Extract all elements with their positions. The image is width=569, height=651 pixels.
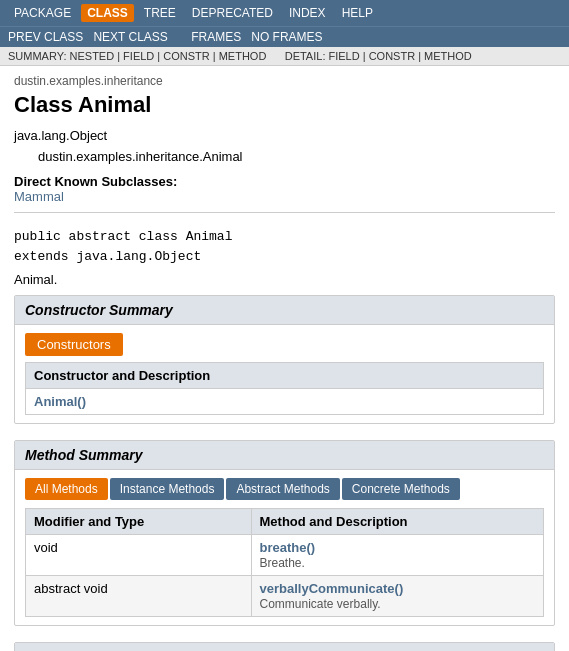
nav-next-class[interactable]: NEXT CLASS	[93, 30, 167, 44]
sub-nav-divider1	[178, 30, 181, 44]
tab-instance-methods[interactable]: Instance Methods	[110, 478, 225, 500]
parent-class: java.lang.Object	[14, 128, 107, 143]
declaration-line1: public abstract class Animal	[14, 229, 232, 244]
modifier-abstract-void: abstract void	[34, 581, 108, 596]
constructor-name[interactable]: Animal()	[34, 394, 86, 409]
method-breathe-desc: Breathe.	[260, 556, 305, 570]
nav-package[interactable]: PACKAGE	[8, 4, 77, 22]
mammal-link[interactable]: Mammal	[14, 189, 64, 204]
constructor-summary-section: Constructor Summary Constructors Constru…	[14, 295, 555, 424]
main-content: dustin.examples.inheritance Class Animal…	[0, 66, 569, 651]
method-verbally-communicate[interactable]: verballyCommunicate()	[260, 581, 404, 596]
nav-prev-class[interactable]: PREV CLASS	[8, 30, 83, 44]
divider1	[14, 212, 555, 213]
nav-no-frames[interactable]: NO FRAMES	[251, 30, 322, 44]
nav-deprecated[interactable]: DEPRECATED	[186, 4, 279, 22]
method-summary-header: Method Summary	[15, 441, 554, 470]
nav-class[interactable]: CLASS	[81, 4, 134, 22]
direct-known-label: Direct Known Subclasses:	[14, 174, 177, 189]
constructor-table: Constructor and Description Animal()	[25, 362, 544, 415]
inherited-header: Methods inherited from class java.lang.O…	[15, 643, 554, 651]
method-tabs: All Methods Instance Methods Abstract Me…	[25, 478, 544, 500]
method-breathe[interactable]: breathe()	[260, 540, 316, 555]
method-col-modifier: Modifier and Type	[26, 509, 252, 535]
table-row: abstract void verballyCommunicate() Comm…	[26, 576, 544, 617]
modifier-void: void	[34, 540, 58, 555]
constructor-summary-header: Constructor Summary	[15, 296, 554, 325]
nav-index[interactable]: INDEX	[283, 4, 332, 22]
constructors-tab-button[interactable]: Constructors	[25, 333, 123, 356]
tab-concrete-methods[interactable]: Concrete Methods	[342, 478, 460, 500]
breadcrumb: dustin.examples.inheritance	[14, 74, 555, 88]
summary-bar: SUMMARY: NESTED | FIELD | CONSTR | METHO…	[0, 47, 569, 66]
direct-known-section: Direct Known Subclasses: Mammal	[14, 174, 555, 204]
nav-tree[interactable]: TREE	[138, 4, 182, 22]
page-title: Class Animal	[14, 92, 555, 118]
class-declaration: public abstract class Animal extends jav…	[14, 227, 555, 269]
nav-help[interactable]: HELP	[336, 4, 379, 22]
detail-text: DETAIL: FIELD | CONSTR | METHOD	[285, 50, 472, 62]
method-summary-content: All Methods Instance Methods Abstract Me…	[15, 470, 554, 625]
constructor-col-header: Constructor and Description	[26, 363, 544, 389]
method-summary-section: Method Summary All Methods Instance Meth…	[14, 440, 555, 626]
child-class: dustin.examples.inheritance.Animal	[38, 149, 243, 164]
tab-all-methods[interactable]: All Methods	[25, 478, 108, 500]
class-description: Animal.	[14, 272, 555, 287]
tab-abstract-methods[interactable]: Abstract Methods	[226, 478, 339, 500]
summary-text: SUMMARY: NESTED | FIELD | CONSTR | METHO…	[8, 50, 266, 62]
method-verbally-communicate-desc: Communicate verbally.	[260, 597, 381, 611]
method-col-method: Method and Description	[251, 509, 544, 535]
top-navbar: PACKAGE CLASS TREE DEPRECATED INDEX HELP	[0, 0, 569, 26]
nav-frames[interactable]: FRAMES	[191, 30, 241, 44]
method-table: Modifier and Type Method and Description…	[25, 508, 544, 617]
inheritance-tree: java.lang.Object dustin.examples.inherit…	[14, 126, 555, 168]
table-row: Animal()	[26, 389, 544, 415]
declaration-line2: extends java.lang.Object	[14, 249, 201, 264]
constructor-summary-content: Constructors Constructor and Description…	[15, 325, 554, 423]
sub-navbar: PREV CLASS NEXT CLASS FRAMES NO FRAMES	[0, 26, 569, 47]
table-row: void breathe() Breathe.	[26, 535, 544, 576]
inherited-section: Methods inherited from class java.lang.O…	[14, 642, 555, 651]
